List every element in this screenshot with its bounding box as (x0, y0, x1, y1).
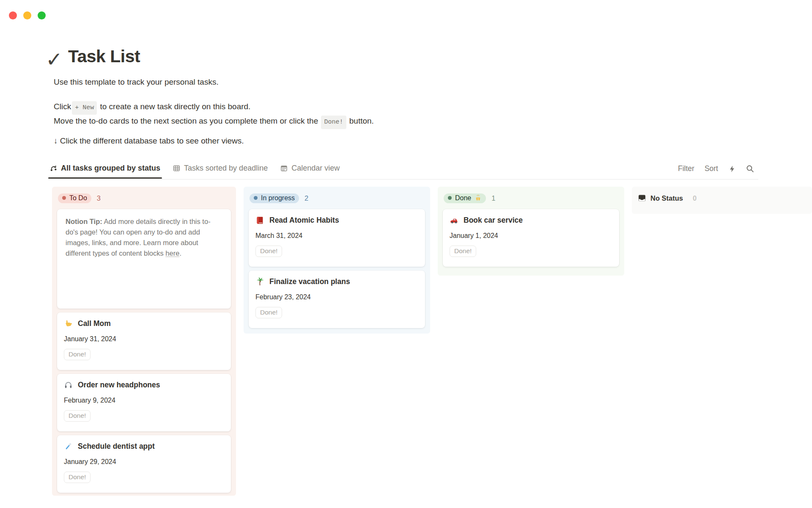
card-title: Finalize vacation plans (269, 277, 350, 286)
page-subtitle: Use this template to track your personal… (54, 77, 219, 87)
done-chip: Done! (321, 116, 346, 129)
tab-all-tasks-grouped-by-status[interactable]: All tasks grouped by status (50, 162, 160, 174)
card-due-date: March 31, 2024 (255, 232, 418, 240)
status-pill-to-do[interactable]: To Do (58, 193, 91, 203)
status-label: In progress (261, 194, 295, 202)
inbox-icon (638, 194, 646, 202)
lightning-icon[interactable] (728, 165, 736, 173)
tip-bold-label: Notion Tip: (66, 218, 102, 225)
card-due-date: January 29, 2024 (64, 458, 224, 466)
card-title: Schedule dentist appt (78, 442, 155, 451)
raised-hands-emoji (475, 194, 482, 202)
column-in-progress: In progress 2 Read Atomic Habits March 3… (244, 187, 430, 334)
filter-button[interactable]: Filter (678, 164, 694, 173)
status-dot (448, 196, 452, 200)
tab-tasks-sorted-by-deadline[interactable]: Tasks sorted by deadline (173, 162, 268, 174)
tab-calendar-view[interactable]: Calendar view (280, 162, 340, 174)
done-button[interactable]: Done! (64, 349, 91, 360)
board-view-icon (50, 165, 57, 172)
done-button[interactable]: Done! (450, 246, 476, 257)
status-dot (62, 196, 66, 200)
column-no-status: No Status 0 (632, 187, 812, 214)
column-count: 0 (693, 194, 697, 202)
tip-text-end: . (179, 249, 181, 257)
tab-label: Tasks sorted by deadline (184, 164, 268, 173)
column-header[interactable]: To Do 3 (58, 193, 230, 204)
calendar-view-icon (280, 165, 288, 172)
tab-label: Calendar view (291, 164, 340, 173)
card-title: Read Atomic Habits (269, 216, 339, 225)
instr2-text-2: button. (347, 116, 374, 125)
table-view-icon (173, 165, 180, 172)
card-due-date: January 1, 2024 (450, 232, 612, 240)
task-card-call-mom[interactable]: Call Mom January 31, 2024 Done! (57, 312, 231, 370)
task-card-read-atomic-habits[interactable]: Read Atomic Habits March 31, 2024 Done! (249, 209, 425, 267)
headphones-emoji (64, 381, 73, 389)
card-title: Call Mom (78, 319, 111, 328)
card-title: Book car service (464, 216, 523, 225)
page-checkmark-icon: ✓ (46, 47, 63, 71)
database-view-tabbar: All tasks grouped by status Tasks sorted… (50, 162, 758, 179)
red-car-emoji (450, 216, 458, 225)
instr1-text-2: to create a new task directly on this bo… (98, 102, 250, 111)
minimize-window-button[interactable] (23, 11, 31, 19)
close-window-button[interactable] (9, 11, 17, 19)
column-header[interactable]: In progress 2 (250, 193, 424, 204)
column-done: Done 1 Boo (438, 187, 624, 276)
status-pill-in-progress[interactable]: In progress (250, 193, 299, 203)
done-button[interactable]: Done! (64, 410, 91, 422)
page-title: Task List (68, 47, 140, 66)
column-to-do: To Do 3 Notion Tip: Add more details dir… (52, 187, 236, 496)
tab-label: All tasks grouped by status (61, 164, 160, 173)
card-due-date: February 9, 2024 (64, 397, 224, 404)
column-count: 2 (304, 194, 308, 202)
task-card-order-new-headphones[interactable]: Order new headphones February 9, 2024 Do… (57, 374, 231, 431)
task-card-book-car-service[interactable]: Book car service January 1, 2024 Done! (443, 209, 619, 267)
done-button[interactable]: Done! (64, 472, 91, 483)
column-count: 3 (97, 194, 101, 202)
sort-button[interactable]: Sort (705, 164, 718, 173)
status-label: To Do (69, 194, 87, 202)
notion-tip-card[interactable]: Notion Tip: Add more details directly in… (57, 209, 231, 309)
task-card-schedule-dentist-appt[interactable]: Schedule dentist appt January 29, 2024 D… (57, 435, 231, 493)
red-book-emoji (255, 216, 264, 225)
status-dot (254, 196, 258, 200)
card-due-date: February 23, 2024 (255, 293, 418, 301)
database-toolbar: Filter Sort (678, 164, 754, 173)
toothbrush-emoji (64, 442, 73, 451)
zoom-window-button[interactable] (38, 11, 46, 19)
done-button[interactable]: Done! (255, 246, 282, 257)
instr2-text: Move the to-do cards to the next section… (54, 116, 318, 125)
instructions-paragraph: Click+ New to create a new task directly… (54, 100, 374, 129)
done-button[interactable]: Done! (255, 307, 282, 318)
instr3-text: ↓ Click the different database tabs to s… (54, 136, 244, 146)
new-task-chip[interactable]: + New (72, 101, 97, 115)
status-label: No Status (650, 194, 683, 202)
status-label: Done (455, 194, 471, 202)
column-count: 1 (491, 194, 495, 202)
status-pill-done[interactable]: Done (444, 193, 486, 203)
call-me-hand-emoji (64, 319, 73, 328)
card-title: Order new headphones (78, 381, 160, 389)
instr1-text: Click (54, 102, 71, 111)
card-due-date: January 31, 2024 (64, 335, 224, 343)
tip-here-link[interactable]: here (165, 249, 179, 257)
search-icon[interactable] (746, 165, 754, 173)
column-header[interactable]: No Status 0 (638, 193, 806, 204)
column-header[interactable]: Done 1 (444, 193, 618, 204)
palm-tree-emoji (255, 277, 264, 286)
task-card-finalize-vacation-plans[interactable]: Finalize vacation plans February 23, 202… (249, 271, 425, 328)
window-controls (9, 11, 46, 19)
